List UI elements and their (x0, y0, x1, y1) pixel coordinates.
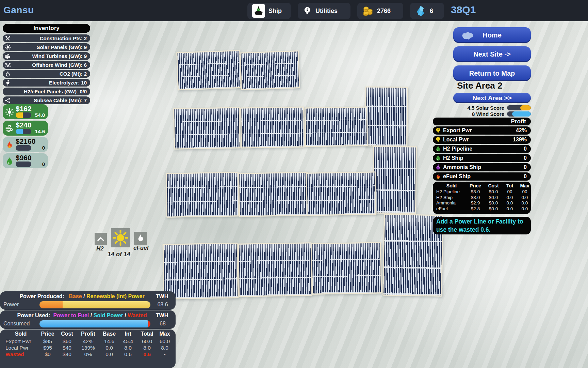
table-cell: 0.6 (119, 351, 137, 357)
consumed-row-label: Consumed (3, 321, 37, 327)
table-cell: 0.0 (517, 206, 533, 212)
solar-resource-marker[interactable] (111, 228, 130, 247)
solar-array[interactable] (166, 172, 239, 218)
inventory-item[interactable]: Wind Turbines (GW): 9 (3, 52, 90, 60)
power-sales-table-panel: SoldPriceCostProfitBaseIntTotalMaxExport… (0, 329, 176, 368)
table-cell: 00 (503, 189, 517, 195)
home-button[interactable]: Home (453, 27, 531, 43)
table-cell: 42% (77, 338, 99, 344)
solar-score-row: 4.5 Solar Score (453, 105, 531, 111)
power-row-label: Power (3, 302, 37, 308)
legend-separator: / (82, 293, 86, 299)
table-cell: 0.0 (503, 206, 517, 212)
efuel-facility-marker[interactable] (134, 232, 147, 245)
site-area-title: Site Area 2 (457, 80, 502, 91)
table-cell: Wasted (3, 351, 38, 357)
none (5, 89, 12, 95)
table-cell: 0.6 (137, 351, 157, 357)
price-badge[interactable]: $2160 0 (3, 137, 48, 152)
profit-row-value: 0 (524, 164, 527, 170)
ring-icon (5, 71, 12, 77)
table-cell: eFuel (436, 206, 467, 212)
table-cell: 00 (517, 189, 533, 195)
power-produced-bar (39, 301, 150, 308)
table-cell: $85 (38, 338, 57, 344)
next-area-label: Next Area >> (472, 94, 511, 102)
region-title: Gansu (3, 5, 34, 16)
profit-row-value: 0 (524, 146, 527, 152)
inventory-item[interactable]: Construction Pts: 2 (3, 34, 90, 42)
table-cell: $0.0 (484, 189, 503, 195)
next-area-button[interactable]: Next Area >> (453, 93, 531, 103)
inventory-item[interactable]: Subsea Cable (Mm): 7 (3, 96, 90, 104)
profit-row: Local Pwr139% (433, 136, 531, 144)
table-cell: 8.0 (157, 344, 172, 351)
power-consumed-value: 68 (153, 321, 172, 327)
solar-array[interactable] (373, 146, 417, 214)
inventory-item[interactable]: H2/eFuel Panels (GW): 0/0 (3, 88, 90, 95)
inventory-item-label: CO2 (Mt): 2 (12, 71, 87, 77)
profit-row: Ammonia Ship0 (433, 163, 531, 171)
solar-array[interactable] (306, 171, 376, 216)
table-cell: $95 (38, 344, 57, 351)
wasted-legend: Wasted (128, 312, 147, 318)
waves-icon (5, 62, 12, 68)
bulb-icon (435, 127, 443, 134)
inventory-item[interactable]: Solar Panels (GW): 9 (3, 43, 90, 51)
power-to-fuel-legend: Power to Fuel (53, 312, 89, 318)
coins-icon (362, 5, 374, 17)
utilities-button[interactable]: Utilities (298, 3, 350, 19)
solar-array[interactable] (305, 106, 368, 147)
wind-score-row: 8 Wind Score (453, 111, 531, 117)
profit-header: Profit (433, 118, 531, 125)
next-site-label: Next Site -> (473, 50, 510, 58)
price-badge[interactable]: $960 0 (3, 153, 48, 168)
solar-array[interactable] (238, 172, 308, 217)
inventory-item[interactable]: Electrolyzer: 10 (3, 79, 90, 87)
sun-icon (113, 230, 128, 246)
table-cell: 0.0 (503, 200, 517, 206)
badge-progress-bar (16, 112, 31, 118)
tools-icon (5, 35, 12, 42)
profit-row-value: 42% (516, 127, 527, 134)
plug-icon (5, 80, 12, 86)
table-header: Price (467, 183, 484, 189)
solar-array[interactable] (238, 242, 313, 297)
crystals-display: 6 (410, 3, 444, 19)
profit-row-label: Export Pwr (443, 127, 516, 134)
badge-progress-bar (16, 129, 31, 134)
ship-button[interactable]: Ship (247, 3, 291, 19)
chevron-up-icon (96, 234, 105, 243)
table-cell: Local Pwr (3, 344, 38, 351)
bulb-icon (435, 136, 443, 143)
solar-array[interactable] (240, 50, 300, 90)
badge-price: $2160 (16, 137, 35, 145)
badge-value: 0 (42, 161, 45, 167)
profit-row-label: H2 Pipeline (443, 146, 524, 152)
price-badge[interactable]: $240 14.6 (3, 121, 48, 136)
solar-array[interactable] (365, 86, 408, 147)
h2-facility-marker[interactable] (95, 233, 107, 245)
next-site-button[interactable]: Next Site -> (453, 46, 531, 62)
return-to-map-button[interactable]: Return to Map (453, 65, 531, 81)
twh-unit-label: TWH (153, 312, 171, 319)
table-header: Tot (503, 183, 517, 189)
used-label: Power Used: (17, 312, 50, 318)
solar-array[interactable] (176, 50, 242, 90)
inventory-item[interactable]: Offshore Wind (GW): 6 (3, 61, 90, 69)
solar-array[interactable] (240, 106, 305, 148)
table-cell: $0.0 (484, 206, 503, 212)
solar-array[interactable] (173, 107, 241, 149)
profit-row-label: H2 Ship (443, 155, 524, 161)
inventory-item[interactable]: CO2 (Mt): 2 (3, 70, 90, 78)
table-cell: 0.0 (503, 195, 517, 201)
solar-array[interactable] (163, 243, 239, 300)
table-cell: 0% (77, 351, 99, 357)
badge-price: $162 (16, 105, 32, 113)
solar-array[interactable] (311, 242, 382, 295)
turn-indicator: 38Q1 (451, 4, 476, 16)
power-consumed-bar (39, 320, 150, 327)
inventory-list: Construction Pts: 2Solar Panels (GW): 9W… (3, 34, 90, 104)
inventory-item-label: Wind Turbines (GW): 9 (12, 53, 87, 59)
price-badge[interactable]: $162 54.0 (3, 104, 48, 119)
